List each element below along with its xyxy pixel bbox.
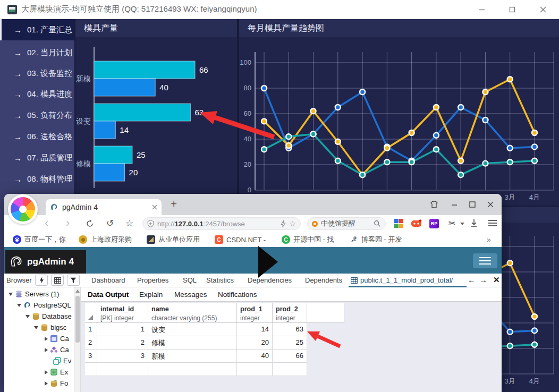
app-close-button[interactable] — [539, 5, 547, 14]
video-play-icon[interactable] — [258, 246, 278, 278]
sidebar-item-production-summary[interactable]: →01. 产量汇总 — [0, 19, 74, 40]
tab-scroll-left-icon[interactable]: ← — [468, 275, 476, 284]
back-icon[interactable]: ‹ — [45, 216, 48, 230]
undo-icon[interactable]: ↺ — [106, 218, 114, 229]
search-box[interactable]: 中使馆提醒 — [307, 217, 386, 230]
cell-prod-1[interactable]: 40 — [237, 350, 273, 363]
tree-item-event-triggers[interactable]: Ev — [4, 355, 81, 367]
browser-minimize-button[interactable] — [450, 200, 459, 209]
rp-extension-icon[interactable]: RP — [429, 219, 439, 228]
bookmark-csdn[interactable]: CCSDN.NET - — [215, 234, 266, 245]
empty-row-cell[interactable] — [148, 363, 237, 376]
scrollbar-thumb[interactable] — [75, 296, 80, 343]
browser-close-button[interactable] — [486, 200, 495, 209]
app-maximize-button[interactable] — [508, 5, 516, 14]
sidebar-item-load-distribution[interactable]: →05. 负荷分布 — [0, 105, 74, 126]
bookmark-baidu[interactable]: 百度一下，你 — [13, 234, 66, 245]
browser-menu-icon[interactable] — [488, 219, 497, 228]
chevron-right-icon[interactable] — [45, 337, 48, 341]
browser-logo[interactable] — [8, 194, 38, 224]
app-minimize-button[interactable] — [478, 5, 486, 14]
tree-item-postgresql[interactable]: PostgreSQL — [4, 300, 81, 311]
apps-grid-icon[interactable] — [394, 219, 404, 228]
tree-scrollbar[interactable] — [74, 287, 80, 392]
chevron-down-icon[interactable] — [34, 326, 38, 329]
cell-prod-2[interactable]: 66 — [273, 350, 307, 363]
tree-item-extensions[interactable]: Ex — [4, 367, 81, 378]
cell-prod-1[interactable]: 20 — [237, 336, 273, 350]
tab-dashboard[interactable]: Dashboard — [91, 276, 125, 284]
sidebar-item-device-monitor[interactable]: →03. 设备监控 — [0, 63, 74, 84]
tree-item-foreign-data-wrappers[interactable]: Fo — [4, 378, 81, 389]
address-bar[interactable]: http://127.0.0.1:2457/browse ☆ — [142, 217, 301, 230]
row-number-cell[interactable]: 1 — [85, 323, 97, 336]
tab-messages[interactable]: Messages — [174, 291, 207, 299]
sidebar-item-quality-mgmt[interactable]: →07. 品质管理 — [0, 147, 74, 168]
bookmark-shanghai-gov[interactable]: 上海政府采购 — [79, 234, 132, 245]
filter-button[interactable] — [67, 275, 80, 286]
chevron-right-icon[interactable] — [45, 348, 48, 352]
forward-icon[interactable]: › — [66, 216, 70, 230]
tree-item-catalogs[interactable]: Ca — [4, 344, 81, 355]
column-header-name[interactable]: namecharacter varying (255) — [148, 303, 237, 323]
screenshot-scissors-icon[interactable]: ✂ — [448, 218, 457, 228]
tab-data-output[interactable]: Data Output — [88, 291, 129, 299]
view-data-grid-button[interactable] — [51, 275, 64, 286]
chevron-down-icon[interactable] — [17, 304, 21, 307]
bookmarks-overflow-chevron[interactable]: » — [487, 234, 491, 245]
row-number-cell[interactable]: 2 — [85, 336, 97, 350]
cell-prod-2[interactable]: 25 — [273, 336, 307, 350]
tab-close-x-icon[interactable]: ✕ — [493, 275, 500, 285]
bookmark-star-icon[interactable]: ☆ — [289, 219, 296, 228]
bookmark-cnblogs[interactable]: 博客园 - 开发 — [350, 234, 402, 245]
download-icon[interactable] — [470, 219, 479, 228]
tab-table-data[interactable]: public.t_1_1_mold_prod_total/ — [351, 276, 464, 284]
cell-internal-id[interactable]: 1 — [97, 323, 148, 336]
chevron-right-icon[interactable] — [45, 381, 48, 386]
tab-explain[interactable]: Explain — [139, 291, 163, 299]
favorite-star-icon[interactable]: ☆ — [125, 218, 133, 229]
search-icon[interactable] — [374, 220, 381, 227]
tree-item-database-bigscreen[interactable]: bigsc — [4, 322, 81, 333]
chevron-down-icon[interactable] — [9, 293, 13, 296]
grid-corner-cell[interactable] — [85, 303, 97, 323]
row-number-cell[interactable]: 3 — [85, 350, 97, 363]
empty-row-cell[interactable] — [273, 363, 307, 376]
browser-tab-pgadmin[interactable]: pgAdmin 4 — [46, 199, 162, 215]
empty-row-cell[interactable] — [237, 363, 273, 376]
tab-scroll-right-icon[interactable]: → — [479, 275, 487, 284]
column-header-internal-id[interactable]: internal_id[PK] integer — [97, 303, 148, 323]
chevron-down-icon[interactable] — [26, 315, 30, 318]
empty-row-cell[interactable] — [97, 363, 148, 376]
cell-name[interactable]: 新模 — [148, 350, 237, 363]
bookmark-industry-app[interactable]: 从业单位应用 — [147, 234, 200, 245]
tree-item-databases[interactable]: Database — [4, 311, 81, 322]
tab-notifications[interactable]: Notifications — [218, 291, 257, 299]
cell-prod-1[interactable]: 14 — [237, 323, 273, 336]
new-tab-button[interactable]: + — [167, 197, 181, 211]
tree-item-servers[interactable]: Servers (1) — [4, 288, 81, 300]
browser-maximize-button[interactable] — [468, 200, 477, 209]
pgadmin-menu-button[interactable] — [473, 253, 497, 268]
tab-statistics[interactable]: Statistics — [206, 276, 234, 284]
cell-internal-id[interactable]: 3 — [97, 350, 148, 363]
sidebar-item-inspection-pass[interactable]: →06. 送检合格 — [0, 126, 74, 147]
cell-name[interactable]: 设变 — [148, 323, 237, 336]
column-header-prod-1[interactable]: prod_1integer — [237, 303, 273, 323]
tab-close-icon[interactable] — [152, 204, 157, 210]
cell-name[interactable]: 修模 — [148, 336, 237, 350]
sidebar-item-month-plan[interactable]: →02. 当月计划 — [0, 42, 74, 63]
scissors-dropdown-caret-icon[interactable] — [460, 223, 464, 225]
cell-internal-id[interactable]: 2 — [97, 336, 148, 350]
tab-sql[interactable]: SQL — [183, 276, 197, 284]
column-header-prod-2[interactable]: prod_2integer — [273, 303, 307, 323]
tree-item-casts[interactable]: Ca — [4, 333, 81, 344]
chevron-right-icon[interactable] — [45, 370, 48, 374]
query-tool-lightning-button[interactable] — [35, 275, 48, 286]
cell-prod-2[interactable]: 63 — [273, 323, 307, 336]
sidebar-item-mold-progress[interactable]: →04. 模具进度 — [0, 83, 74, 105]
tab-properties[interactable]: Properties — [137, 276, 168, 284]
empty-row-cell[interactable] — [85, 363, 97, 376]
refresh-icon[interactable] — [85, 219, 95, 228]
sidebar-item-material-mgmt[interactable]: →08. 物料管理 — [0, 168, 74, 190]
